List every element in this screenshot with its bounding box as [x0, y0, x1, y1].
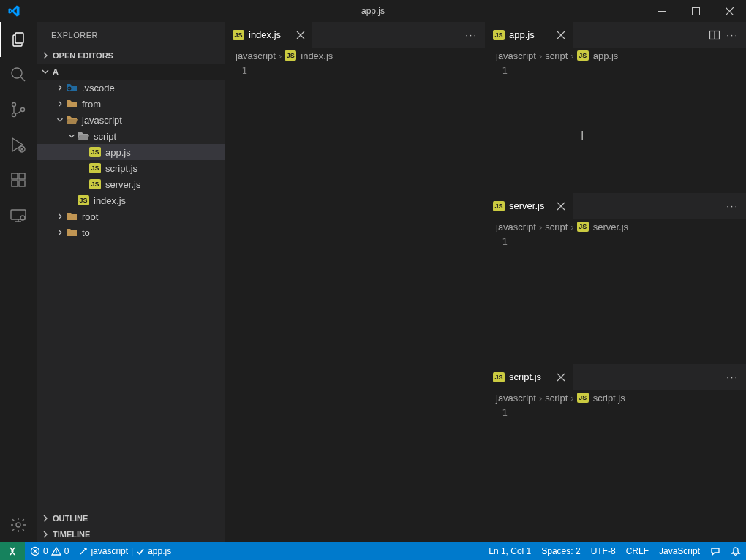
tree-file-serverjs[interactable]: JS server.js	[37, 176, 225, 192]
editor-content[interactable]: 1	[225, 64, 485, 542]
crumb-script[interactable]: script	[545, 393, 568, 404]
editor-content[interactable]: 1 I	[486, 64, 746, 192]
close-button[interactable]	[712, 0, 746, 22]
file-tree: .vscode from javascript script JS app.js	[37, 80, 225, 510]
status-remote-button[interactable]	[0, 542, 25, 560]
svg-rect-11	[19, 181, 25, 186]
tree-file-appjs[interactable]: JS app.js	[37, 144, 225, 160]
code-area[interactable]	[262, 64, 485, 542]
more-actions-icon[interactable]: ···	[465, 29, 478, 40]
chevron-right-icon: ›	[539, 50, 542, 61]
section-open-editors[interactable]: OPEN EDITORS	[37, 48, 225, 64]
line-number: 1	[225, 64, 262, 542]
status-indentation[interactable]: Spaces: 2	[536, 542, 585, 560]
section-outline[interactable]: OUTLINE	[37, 510, 225, 526]
activity-run-debug[interactable]	[0, 127, 37, 162]
crumb-file[interactable]: script.js	[593, 393, 625, 404]
tab-bar: JS index.js ···	[225, 22, 485, 48]
tab-bar: JS script.js ···	[486, 364, 746, 390]
sidebar-explorer: EXPLORER OPEN EDITORS A .vscode from	[37, 22, 225, 542]
tree-label: script.js	[105, 163, 137, 174]
svg-rect-1	[692, 7, 699, 15]
js-icon: JS	[577, 50, 589, 61]
maximize-button[interactable]	[679, 0, 712, 22]
close-icon[interactable]	[551, 202, 565, 211]
close-icon[interactable]	[551, 31, 565, 39]
svg-rect-2	[15, 33, 23, 43]
tree-label: index.js	[94, 195, 126, 206]
breadcrumb[interactable]: javascript › script › JS server.js	[486, 219, 746, 235]
editor-group-left: JS index.js ··· javascript › JS index.js…	[225, 22, 486, 542]
tree-label: from	[82, 99, 101, 110]
js-icon: JS	[285, 50, 296, 61]
activity-remote-explorer[interactable]	[0, 197, 37, 232]
line-number: 1	[486, 406, 522, 542]
breadcrumb[interactable]: javascript › script › JS script.js	[486, 390, 746, 406]
status-eol[interactable]: CRLF	[621, 542, 654, 560]
status-git[interactable]: javascript | app.js	[74, 542, 176, 560]
crumb-javascript[interactable]: javascript	[496, 222, 536, 232]
status-cursor-position[interactable]: Ln 1, Col 1	[483, 542, 536, 560]
section-workspace[interactable]: A	[37, 64, 225, 80]
breadcrumb[interactable]: javascript › JS index.js	[225, 48, 485, 64]
tree-folder-from[interactable]: from	[37, 96, 225, 112]
code-area[interactable]	[522, 406, 746, 542]
tab-indexjs[interactable]: JS index.js	[225, 22, 313, 48]
tree-label: app.js	[105, 147, 131, 158]
crumb-javascript[interactable]: javascript	[236, 50, 276, 61]
editor-area: JS index.js ··· javascript › JS index.js…	[225, 22, 746, 542]
more-actions-icon[interactable]: ···	[726, 371, 739, 382]
status-problems[interactable]: 0 0	[25, 542, 74, 560]
tree-folder-script[interactable]: script	[37, 128, 225, 144]
code-area[interactable]: I	[522, 64, 746, 192]
more-actions-icon[interactable]: ···	[726, 200, 739, 211]
editor-pane-scriptjs: JS script.js ··· javascript › script › J…	[486, 364, 746, 542]
tree-folder-javascript[interactable]: javascript	[37, 112, 225, 128]
activity-source-control[interactable]	[0, 92, 37, 127]
more-actions-icon[interactable]: ···	[726, 29, 739, 40]
activity-settings-gear[interactable]	[0, 507, 37, 542]
status-language[interactable]: JavaScript	[654, 542, 705, 560]
breadcrumb[interactable]: javascript › script › JS app.js	[486, 48, 746, 64]
tree-file-scriptjs[interactable]: JS script.js	[37, 160, 225, 176]
status-encoding[interactable]: UTF-8	[586, 542, 621, 560]
crumb-file[interactable]: app.js	[593, 50, 619, 61]
activity-extensions[interactable]	[0, 162, 37, 197]
crumb-javascript[interactable]: javascript	[496, 50, 536, 61]
chevron-down-icon	[39, 66, 51, 77]
tab-bar: JS server.js ···	[486, 193, 746, 219]
title-bar: app.js	[0, 0, 746, 22]
status-feedback-icon[interactable]	[705, 542, 726, 560]
js-icon: JS	[233, 30, 244, 40]
crumb-script[interactable]: script	[545, 50, 568, 61]
js-icon: JS	[493, 30, 505, 40]
tab-serverjs[interactable]: JS server.js	[486, 193, 573, 219]
close-icon[interactable]	[551, 373, 565, 382]
tree-file-indexjs[interactable]: JS index.js	[37, 192, 225, 208]
tree-folder-root[interactable]: root	[37, 208, 225, 224]
crumb-javascript[interactable]: javascript	[496, 393, 536, 404]
crumb-file[interactable]: server.js	[593, 222, 628, 232]
tab-appjs[interactable]: JS app.js	[486, 22, 573, 48]
minimize-button[interactable]	[645, 0, 679, 22]
editor-content[interactable]: 1	[486, 235, 746, 363]
tab-scriptjs[interactable]: JS script.js	[486, 364, 573, 390]
status-notifications-icon[interactable]	[726, 542, 746, 560]
vscode-folder-icon	[66, 83, 78, 93]
crumb-file[interactable]: index.js	[301, 50, 333, 61]
activity-explorer[interactable]	[0, 22, 37, 57]
js-icon: JS	[577, 393, 589, 403]
crumb-script[interactable]: script	[545, 222, 568, 232]
chevron-right-icon: ›	[539, 222, 542, 232]
outline-label: OUTLINE	[53, 514, 88, 523]
chevron-right-icon: ›	[279, 50, 282, 61]
code-area[interactable]	[522, 235, 746, 363]
activity-search[interactable]	[0, 57, 37, 92]
editor-content[interactable]: 1	[486, 406, 746, 542]
section-timeline[interactable]: TIMELINE	[37, 526, 225, 542]
split-editor-icon[interactable]	[709, 29, 720, 41]
svg-point-6	[20, 108, 24, 112]
close-icon[interactable]	[290, 31, 305, 39]
tree-folder-to[interactable]: to	[37, 224, 225, 241]
tree-folder-vscode[interactable]: .vscode	[37, 80, 225, 96]
